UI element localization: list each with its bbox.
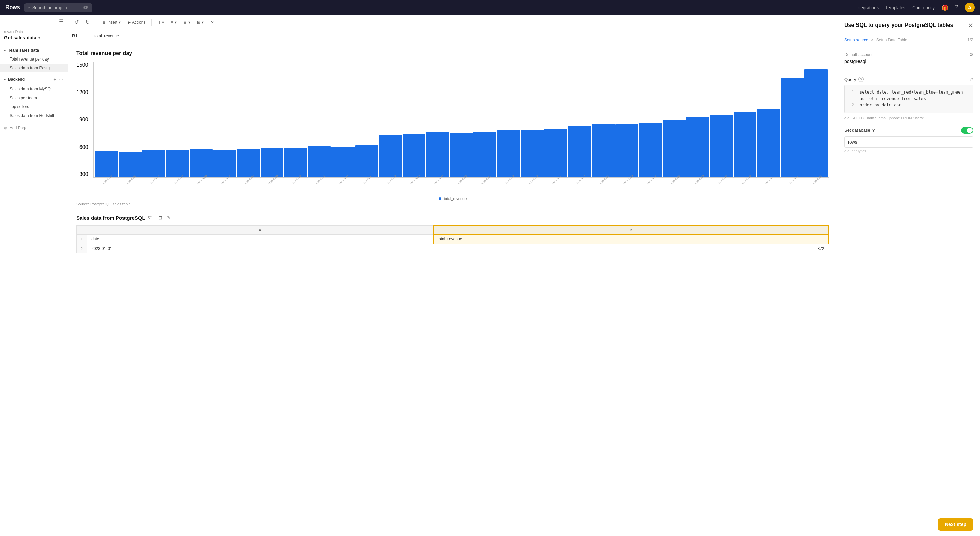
bar-29[interactable] [781, 78, 804, 177]
bar-20[interactable] [568, 126, 591, 177]
search-icon: ⌕ [27, 5, 30, 10]
right-panel-close-button[interactable]: ✕ [968, 22, 973, 29]
row2-date: 2023-01-01 [87, 244, 433, 254]
gridline-1500 [94, 62, 829, 62]
table-more-button[interactable]: ··· [175, 214, 181, 221]
bar-wrapper-26 [710, 62, 733, 177]
bar-30[interactable] [804, 70, 827, 177]
chart-container: Total revenue per day 1500 1200 900 600 … [76, 50, 829, 206]
format-button[interactable]: ⊞▾ [181, 19, 192, 26]
main-content: Total revenue per day 1500 1200 900 600 … [68, 42, 837, 536]
top-nav-left: Rows ⌕ Search or jump to... ⌘K [5, 3, 92, 12]
table-edit-button[interactable]: ✎ [166, 214, 172, 221]
x-labels: 2023-01-012023-01-022023-01-032023-01-04… [93, 178, 829, 195]
col-rownum-header [76, 225, 87, 234]
sidebar-item-sales-per-team[interactable]: Sales per team [0, 94, 68, 102]
bar-wrapper-3 [166, 62, 189, 177]
undo-button[interactable]: ↺ [72, 18, 81, 27]
bar-28[interactable] [757, 109, 780, 177]
line-num-2: 2 [849, 102, 854, 108]
search-bar[interactable]: ⌕ Search or jump to... ⌘K [24, 3, 92, 12]
add-page[interactable]: ⊕ Add Page [0, 123, 68, 133]
bar-wrapper-22 [615, 62, 638, 177]
set-database-toggle[interactable] [961, 127, 973, 134]
table-row-1: 2 2023-01-01 372 [76, 244, 829, 254]
default-account-label: Default account [844, 52, 872, 57]
bar-wrapper-2 [142, 62, 165, 177]
step-setup-table[interactable]: Setup Data Table [876, 38, 907, 43]
bar-26[interactable] [710, 115, 733, 177]
bar-27[interactable] [733, 112, 757, 177]
gift-icon[interactable]: 🎁 [942, 5, 948, 11]
bar-wrapper-19 [544, 62, 568, 177]
cell-ref-formula[interactable]: total_revenue [94, 34, 119, 38]
bar-22[interactable] [615, 124, 638, 177]
query-label-row: Query ? ⤢ [844, 76, 973, 82]
bar-wrapper-17 [497, 62, 520, 177]
avatar[interactable]: A [965, 3, 975, 12]
right-panel-header: Use SQL to query your PostgreSQL tables … [837, 15, 980, 35]
backend-add-button[interactable]: + [53, 76, 57, 82]
bar-21[interactable] [592, 124, 615, 177]
bar-25[interactable] [686, 117, 710, 177]
insert-button[interactable]: ⊕ Insert ▾ [100, 19, 123, 26]
bar-wrapper-21 [592, 62, 615, 177]
align-button[interactable]: ≡▾ [169, 19, 179, 26]
settings-icon[interactable]: ⚙ [969, 52, 973, 57]
query-expand-icon[interactable]: ⤢ [969, 76, 973, 82]
bar-wrapper-24 [662, 62, 686, 177]
table-filter-button[interactable]: ⊟ [157, 214, 164, 221]
table-section: Sales data from PostgreSQL 🛡 ⊟ ✎ ··· A B [76, 214, 829, 254]
add-page-label: Add Page [10, 125, 27, 130]
chart-title: Total revenue per day [76, 50, 829, 57]
bar-19[interactable] [544, 128, 568, 177]
redo-button[interactable]: ↻ [83, 18, 92, 27]
text-format-button[interactable]: T▾ [156, 19, 166, 26]
data-table: A B 1 date total_revenue 2 2023-01-01 [76, 225, 829, 254]
help-icon[interactable]: ? [955, 5, 958, 11]
sidebar-item-sales-data-postg[interactable]: Sales data from Postg... [0, 63, 68, 73]
col-b-label[interactable]: total_revenue [433, 234, 829, 244]
gridline-300 [94, 154, 829, 154]
y-label-300: 300 [76, 171, 89, 178]
page-title-caret[interactable]: ▾ [38, 36, 40, 40]
cell-ref-divider [90, 33, 90, 40]
set-database-help-icon[interactable]: ? [872, 128, 875, 133]
panel-divider [844, 71, 973, 71]
right-panel-title: Use SQL to query your PostgreSQL tables [844, 22, 953, 29]
sidebar-section-team-header[interactable]: ▾ Team sales data [0, 46, 68, 55]
bar-24[interactable] [662, 120, 686, 177]
query-editor[interactable]: 1 select date, team_red+team_blue+team_g… [844, 85, 973, 113]
sidebar-section-backend-header[interactable]: ▾ Backend + ··· [0, 74, 68, 85]
next-step-button[interactable]: Next step [938, 518, 973, 531]
nav-integrations[interactable]: Integrations [856, 5, 878, 10]
bar-wrapper-14 [426, 62, 449, 177]
sidebar-item-total-revenue[interactable]: Total revenue per day [0, 55, 68, 63]
step-counter: 1/2 [967, 38, 973, 43]
nav-community[interactable]: Community [912, 5, 935, 10]
clear-button[interactable]: ✕ [208, 19, 216, 26]
sidebar-item-sales-mysql[interactable]: Sales data from MySQL [0, 85, 68, 94]
query-help-icon[interactable]: ? [858, 76, 864, 82]
insert-circle-icon: ⊕ [102, 20, 106, 25]
set-database-input[interactable] [844, 136, 973, 147]
row2-value: 372 [433, 244, 829, 254]
actions-button[interactable]: ▶ Actions [126, 19, 147, 26]
bar-wrapper-28 [757, 62, 780, 177]
code-text-1b: as total_revenue from sales [859, 95, 926, 102]
step-setup-source[interactable]: Setup source [844, 38, 869, 43]
backend-more-button[interactable]: ··· [58, 76, 64, 82]
nav-templates[interactable]: Templates [885, 5, 905, 10]
table-db-icon: 🛡 [148, 215, 153, 220]
play-icon: ▶ [127, 20, 130, 25]
bar-wrapper-0 [95, 62, 118, 177]
right-panel: Use SQL to query your PostgreSQL tables … [837, 15, 980, 536]
sidebar-item-top-sellers[interactable]: Top sellers [0, 102, 68, 111]
sidebar-item-sales-redshift[interactable]: Sales data from Redshift [0, 111, 68, 120]
bars-container [94, 62, 829, 177]
grid-button[interactable]: ⊟▾ [195, 19, 206, 26]
sidebar-toggle-button[interactable]: ☰ [59, 18, 64, 25]
gridline-1200 [94, 85, 829, 86]
bar-wrapper-27 [733, 62, 757, 177]
default-account-label-row: Default account ⚙ [844, 52, 973, 57]
